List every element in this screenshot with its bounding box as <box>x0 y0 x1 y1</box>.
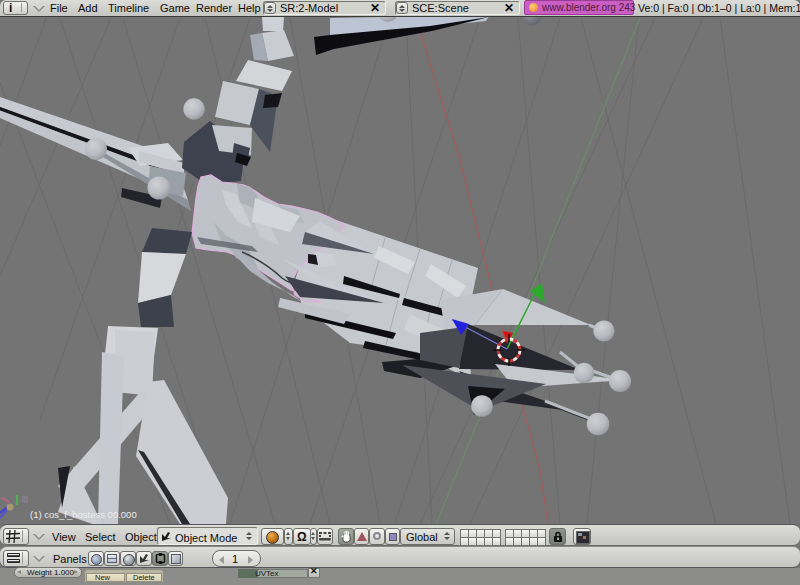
svg-text:(1) cos_f_hostess 00.000: (1) cos_f_hostess 00.000 <box>30 509 137 520</box>
